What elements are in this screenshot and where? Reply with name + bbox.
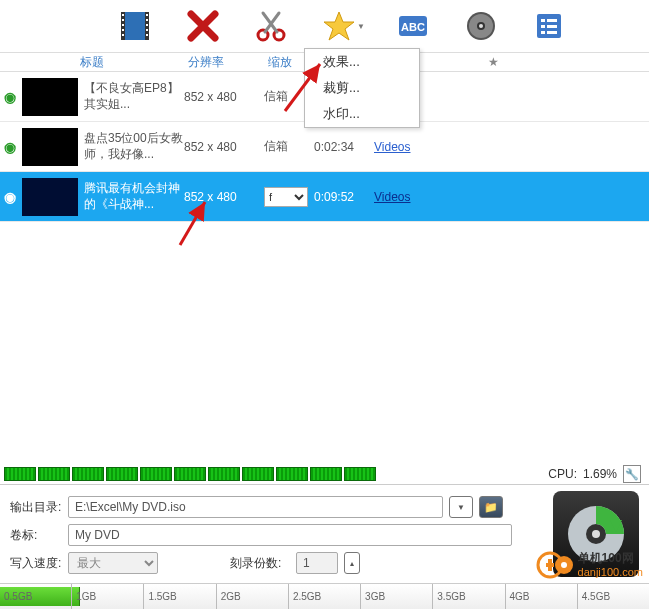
col-title[interactable]: 标题 — [0, 54, 180, 71]
activity-segment — [344, 467, 376, 481]
row-folder: Videos — [374, 140, 434, 154]
row-resolution: 852 x 480 — [184, 190, 264, 204]
menu-crop[interactable]: 裁剪... — [305, 75, 419, 101]
row-folder: Videos — [374, 190, 434, 204]
svg-rect-24 — [541, 25, 545, 28]
output-label: 输出目录: — [10, 499, 62, 516]
svg-rect-0 — [125, 12, 145, 40]
row-resolution: 852 x 480 — [184, 90, 264, 104]
row-title: 【不良女高EP8】其实姐... — [84, 81, 184, 112]
bottom-panel: CPU: 1.69% 🔧 输出目录: ▼ 📁 卷标: 写入速度: 最大 刻录份数… — [0, 464, 649, 609]
svg-point-30 — [592, 530, 600, 538]
expand-icon[interactable]: ◉ — [0, 139, 16, 155]
copies-input[interactable] — [296, 552, 338, 574]
expand-icon[interactable]: ◉ — [0, 189, 16, 205]
cpu-value: 1.69% — [583, 467, 617, 481]
row-duration: 0:09:52 — [314, 190, 374, 204]
activity-segment — [242, 467, 274, 481]
col-star[interactable]: ★ — [480, 55, 510, 69]
size-tick: 4.5GB — [577, 584, 649, 609]
svg-point-20 — [479, 24, 483, 28]
row-title: 盘点35位00后女教师，我好像... — [84, 131, 184, 162]
activity-segment — [106, 467, 138, 481]
size-tick: 3.5GB — [432, 584, 504, 609]
svg-rect-9 — [146, 19, 148, 21]
effects-dropdown[interactable]: ▼ — [319, 6, 365, 46]
toolbar: ▼ ABC — [0, 0, 649, 52]
size-tick: 4GB — [505, 584, 577, 609]
speed-label: 写入速度: — [10, 555, 62, 572]
svg-text:ABC: ABC — [401, 21, 425, 33]
size-tick: 2.5GB — [288, 584, 360, 609]
effects-menu: 效果... 裁剪... 水印... — [304, 48, 420, 128]
activity-segment — [310, 467, 342, 481]
activity-segment — [4, 467, 36, 481]
svg-rect-27 — [547, 31, 557, 34]
menu-effects[interactable]: 效果... — [305, 49, 419, 75]
browse-folder-button[interactable]: 📁 — [479, 496, 503, 518]
table-row[interactable]: ◉ 腾讯最有机会封神的《斗战神... 852 x 480 f 0:09:52 V… — [0, 172, 649, 222]
activity-segment — [140, 467, 172, 481]
row-title: 腾讯最有机会封神的《斗战神... — [84, 181, 184, 212]
settings-icon[interactable]: 🔧 — [623, 465, 641, 483]
star-icon[interactable] — [319, 6, 359, 46]
copies-label: 刻录份数: — [230, 555, 290, 572]
svg-rect-26 — [541, 31, 545, 34]
list-icon[interactable] — [529, 6, 569, 46]
thumbnail — [22, 78, 78, 116]
svg-rect-25 — [547, 25, 557, 28]
burn-button[interactable] — [553, 491, 639, 577]
output-dropdown-button[interactable]: ▼ — [449, 496, 473, 518]
row-resolution: 852 x 480 — [184, 140, 264, 154]
abc-icon[interactable]: ABC — [393, 6, 433, 46]
svg-rect-7 — [122, 34, 124, 36]
activity-segment — [208, 467, 240, 481]
size-tick: 3GB — [360, 584, 432, 609]
cpu-label: CPU: — [548, 467, 577, 481]
size-tick: 2GB — [216, 584, 288, 609]
svg-rect-11 — [146, 29, 148, 31]
cut-icon[interactable] — [251, 6, 291, 46]
thumbnail — [22, 128, 78, 166]
copies-stepper[interactable]: ▴ — [344, 552, 360, 574]
row-zoom[interactable]: f — [264, 187, 314, 207]
svg-rect-4 — [122, 19, 124, 21]
cpu-usage: CPU: 1.69% 🔧 — [548, 465, 645, 483]
disc-size-bar: 0.5GB 1GB 1.5GB 2GB 2.5GB 3GB 3.5GB 4GB … — [0, 583, 649, 609]
activity-segment — [174, 467, 206, 481]
row-duration: 0:02:34 — [314, 140, 374, 154]
svg-rect-23 — [547, 19, 557, 22]
expand-icon[interactable]: ◉ — [0, 89, 16, 105]
volume-label: 卷标: — [10, 527, 62, 544]
size-tick: 1GB — [71, 584, 143, 609]
svg-rect-12 — [146, 34, 148, 36]
volume-input[interactable] — [68, 524, 512, 546]
svg-rect-3 — [122, 14, 124, 16]
speed-select[interactable]: 最大 — [68, 552, 158, 574]
disc-icon[interactable] — [461, 6, 501, 46]
thumbnail — [22, 178, 78, 216]
folder-link[interactable]: Videos — [374, 190, 410, 204]
delete-icon[interactable] — [183, 6, 223, 46]
zoom-select[interactable]: f — [264, 187, 308, 207]
col-resolution[interactable]: 分辨率 — [180, 54, 260, 71]
output-path-input[interactable] — [68, 496, 443, 518]
svg-rect-22 — [541, 19, 545, 22]
svg-rect-5 — [122, 24, 124, 26]
svg-rect-8 — [146, 14, 148, 16]
size-tick: 1.5GB — [143, 584, 215, 609]
row-zoom: 信箱 — [264, 138, 314, 155]
activity-segment — [72, 467, 104, 481]
settings-panel: 输出目录: ▼ 📁 卷标: 写入速度: 最大 刻录份数: ▴ — [0, 484, 649, 583]
activity-bar: CPU: 1.69% 🔧 — [0, 464, 649, 484]
svg-rect-10 — [146, 24, 148, 26]
menu-watermark[interactable]: 水印... — [305, 101, 419, 127]
col-zoom[interactable]: 缩放 — [260, 54, 310, 71]
film-icon[interactable] — [115, 6, 155, 46]
size-tick: 0.5GB — [0, 584, 71, 609]
table-row[interactable]: ◉ 盘点35位00后女教师，我好像... 852 x 480 信箱 0:02:3… — [0, 122, 649, 172]
folder-link[interactable]: Videos — [374, 140, 410, 154]
activity-segment — [276, 467, 308, 481]
activity-segment — [38, 467, 70, 481]
svg-rect-6 — [122, 29, 124, 31]
